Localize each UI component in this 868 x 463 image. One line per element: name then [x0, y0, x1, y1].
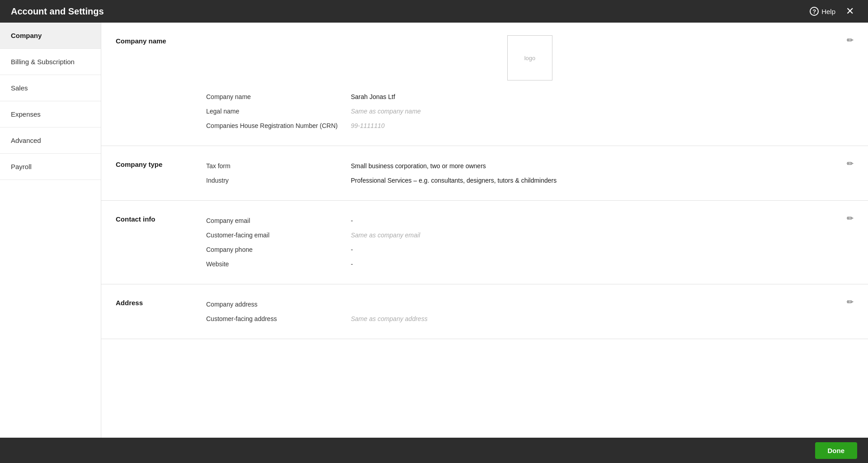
sidebar-item-payroll-label: Payroll [11, 163, 32, 170]
contact-info-edit-button[interactable]: ✏ [847, 213, 854, 223]
company-type-section-body: Tax form Small business corporation, two… [206, 159, 854, 188]
sidebar: Company Billing & Subscription Sales Exp… [0, 23, 101, 438]
main-layout: Company Billing & Subscription Sales Exp… [0, 23, 868, 438]
field-value-tax-form: Small business corporation, two or more … [351, 162, 486, 170]
sidebar-item-sales[interactable]: Sales [0, 75, 101, 101]
sidebar-item-billing[interactable]: Billing & Subscription [0, 49, 101, 75]
help-label: Help [821, 8, 835, 15]
edit-icon: ✏ [847, 214, 854, 223]
field-value-customer-email: Same as company email [351, 232, 420, 239]
sidebar-item-payroll[interactable]: Payroll [0, 154, 101, 180]
field-label-industry: Industry [206, 177, 351, 184]
company-name-section: Company name logo Company name Sarah Jon… [101, 23, 868, 146]
field-value-legal-name: Same as company name [351, 108, 421, 115]
field-label-company-address: Company address [206, 301, 351, 308]
field-row-industry: Industry Professional Services – e.g. co… [206, 173, 854, 188]
field-row-company-name: Company name Sarah Jonas Ltf [206, 90, 854, 104]
company-name-section-body: logo Company name Sarah Jonas Ltf Legal … [206, 35, 854, 133]
field-label-company-name: Company name [206, 93, 351, 100]
contact-info-section-body: Company email - Customer-facing email Sa… [206, 213, 854, 271]
field-value-customer-address: Same as company address [351, 315, 428, 322]
edit-icon: ✏ [847, 159, 854, 168]
field-value-company-email: - [351, 217, 353, 224]
field-value-company-name: Sarah Jonas Ltf [351, 93, 395, 100]
field-row-customer-address: Customer-facing address Same as company … [206, 312, 854, 326]
field-value-website: - [351, 260, 353, 268]
field-label-company-email: Company email [206, 217, 351, 224]
content-area: Company name logo Company name Sarah Jon… [101, 23, 868, 438]
contact-info-section-label: Contact info [116, 213, 206, 271]
close-button[interactable]: ✕ [843, 4, 857, 19]
address-section-label: Address [116, 297, 206, 326]
help-icon: ? [810, 7, 819, 16]
company-name-edit-button[interactable]: ✏ [847, 35, 854, 45]
company-type-edit-button[interactable]: ✏ [847, 159, 854, 169]
field-value-industry: Professional Services – e.g. consultants… [351, 177, 557, 184]
field-label-tax-form: Tax form [206, 162, 351, 170]
address-section: Address Company address Customer-facing … [101, 284, 868, 339]
field-label-customer-address: Customer-facing address [206, 315, 351, 322]
field-row-tax-form: Tax form Small business corporation, two… [206, 159, 854, 173]
field-value-company-phone: - [351, 246, 353, 253]
field-value-crn: 99-1111110 [351, 122, 385, 129]
sidebar-item-expenses-label: Expenses [11, 110, 41, 118]
company-name-section-label: Company name [116, 35, 206, 133]
field-label-legal-name: Legal name [206, 108, 351, 115]
address-edit-button[interactable]: ✏ [847, 297, 854, 307]
company-logo[interactable]: logo [507, 35, 552, 80]
field-row-company-address: Company address [206, 297, 854, 312]
field-row-legal-name: Legal name Same as company name [206, 104, 854, 118]
field-label-company-phone: Company phone [206, 246, 351, 253]
field-row-company-email: Company email - [206, 213, 854, 228]
logo-placeholder-text: logo [524, 55, 536, 61]
close-icon: ✕ [846, 5, 854, 17]
sidebar-item-company-label: Company [11, 32, 42, 39]
sidebar-item-advanced-label: Advanced [11, 137, 41, 144]
sidebar-item-advanced[interactable]: Advanced [0, 128, 101, 154]
sidebar-item-sales-label: Sales [11, 84, 28, 92]
field-row-website: Website - [206, 257, 854, 271]
sidebar-item-billing-label: Billing & Subscription [11, 58, 75, 66]
done-button[interactable]: Done [815, 442, 858, 459]
edit-icon: ✏ [847, 36, 854, 45]
top-bar-actions: ? Help ✕ [810, 4, 857, 19]
edit-icon: ✏ [847, 298, 854, 307]
company-type-section-label: Company type [116, 159, 206, 188]
bottom-bar: Done [0, 438, 868, 463]
field-row-customer-email: Customer-facing email Same as company em… [206, 228, 854, 242]
field-label-crn: Companies House Registration Number (CRN… [206, 122, 351, 129]
sidebar-item-company[interactable]: Company [0, 23, 101, 49]
help-button[interactable]: ? Help [810, 7, 835, 16]
address-section-body: Company address Customer-facing address … [206, 297, 854, 326]
field-label-customer-email: Customer-facing email [206, 232, 351, 239]
top-bar: Account and Settings ? Help ✕ [0, 0, 868, 23]
field-label-website: Website [206, 260, 351, 268]
page-title: Account and Settings [11, 6, 104, 17]
field-row-company-phone: Company phone - [206, 242, 854, 257]
field-row-crn: Companies House Registration Number (CRN… [206, 118, 854, 133]
sidebar-item-expenses[interactable]: Expenses [0, 101, 101, 128]
contact-info-section: Contact info Company email - Customer-fa… [101, 201, 868, 284]
company-type-section: Company type Tax form Small business cor… [101, 146, 868, 201]
